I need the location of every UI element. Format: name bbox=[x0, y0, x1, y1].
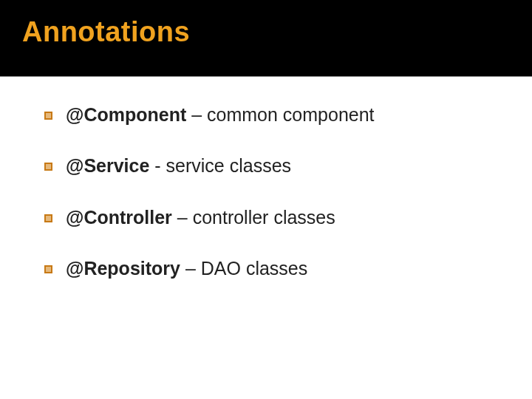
bullet-sep: – bbox=[180, 258, 201, 279]
list-item: @Controller – controller classes bbox=[44, 206, 502, 229]
bullet-rest: controller classes bbox=[193, 207, 335, 228]
slide-content: @Component – common component @Service -… bbox=[0, 77, 532, 280]
bullet-text: @Service - service classes bbox=[66, 154, 291, 177]
bullet-rest: service classes bbox=[166, 155, 292, 176]
bullet-text: @Controller – controller classes bbox=[66, 206, 335, 229]
list-item: @Service - service classes bbox=[44, 154, 502, 177]
bullet-sep: - bbox=[149, 155, 166, 176]
bullet-bold: @Component bbox=[66, 104, 186, 125]
slide-title: Annotations bbox=[22, 16, 532, 48]
bullet-rest: DAO classes bbox=[201, 258, 307, 279]
bullet-bold: @Controller bbox=[66, 207, 172, 228]
bullet-icon bbox=[44, 163, 52, 171]
bullet-rest: common component bbox=[207, 104, 375, 125]
bullet-text: @Repository – DAO classes bbox=[66, 257, 307, 280]
list-item: @Component – common component bbox=[44, 103, 502, 126]
list-item: @Repository – DAO classes bbox=[44, 257, 502, 280]
bullet-icon bbox=[44, 265, 52, 273]
bullet-text: @Component – common component bbox=[66, 103, 375, 126]
bullet-bold: @Repository bbox=[66, 258, 180, 279]
bullet-bold: @Service bbox=[66, 155, 149, 176]
bullet-sep: – bbox=[186, 104, 207, 125]
bullet-icon bbox=[44, 214, 52, 222]
bullet-icon bbox=[44, 112, 52, 120]
slide: Annotations @Component – common componen… bbox=[0, 0, 532, 399]
bullet-sep: – bbox=[172, 207, 193, 228]
title-bar: Annotations bbox=[0, 0, 532, 77]
